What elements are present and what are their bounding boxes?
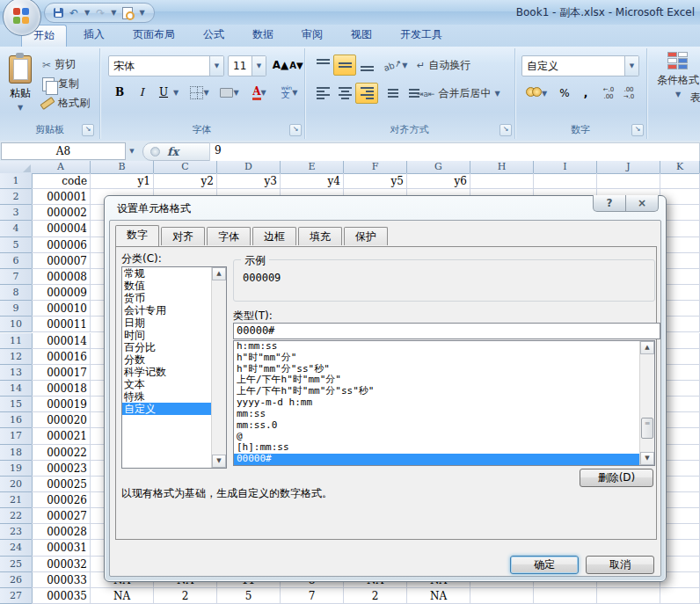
cell-H1[interactable] (470, 173, 534, 189)
category-item-货币[interactable]: 货币 (122, 292, 212, 304)
cell-A5[interactable]: 000006 (32, 237, 91, 253)
cell-K1[interactable] (660, 173, 700, 189)
column-header-K[interactable]: K (660, 161, 700, 174)
cell-A23[interactable]: 000028 (32, 524, 91, 540)
align-middle-button[interactable] (333, 55, 356, 76)
cell-A3[interactable]: 000002 (32, 205, 91, 221)
type-item[interactable]: mm:ss (234, 409, 640, 420)
type-input[interactable]: 00000# (233, 323, 660, 339)
row-header-2[interactable]: 2 (0, 189, 33, 205)
category-item-特殊[interactable]: 特殊 (122, 390, 212, 403)
column-header-F[interactable]: F (344, 161, 407, 174)
category-scrollbar[interactable]: ▲ ▼ (211, 267, 226, 468)
name-box[interactable]: A8 (1, 142, 126, 160)
cell-J27[interactable] (597, 588, 660, 604)
column-header-D[interactable]: D (217, 161, 281, 174)
format-as-table-label-partial[interactable]: 表 (690, 91, 700, 106)
cell-A2[interactable]: 000001 (32, 189, 91, 205)
italic-button[interactable]: I (130, 82, 153, 103)
align-right-button[interactable] (355, 83, 378, 104)
cell-F27[interactable]: 2 (344, 588, 407, 604)
accounting-format-button[interactable]: ▼ (521, 83, 551, 104)
cell-K27[interactable] (660, 588, 700, 604)
qat-customize-icon[interactable]: ▼ (139, 9, 144, 17)
category-item-会计专用[interactable]: 会计专用 (122, 304, 212, 317)
font-name-combo[interactable]: 宋体 ▼ (108, 55, 224, 76)
copy-button[interactable]: 复制 (42, 76, 79, 91)
increase-decimal-button[interactable]: ←.0 .00 (598, 83, 619, 104)
cell-A7[interactable]: 000008 (32, 269, 91, 285)
cell-A17[interactable]: 000021 (32, 428, 91, 444)
cell-A24[interactable]: 000031 (32, 540, 91, 556)
column-header-I[interactable]: I (534, 161, 597, 174)
cell-I1[interactable] (534, 173, 597, 189)
close-button[interactable]: × (625, 195, 658, 211)
paste-button[interactable]: 粘贴 ▼ (9, 55, 32, 112)
align-top-button[interactable] (311, 55, 334, 76)
wrap-text-button[interactable]: ↵ 自动换行 (417, 58, 470, 73)
row-header-25[interactable]: 25 (0, 557, 33, 572)
cell-A14[interactable]: 000018 (32, 381, 91, 397)
row-header-13[interactable]: 13 (0, 365, 33, 381)
type-list[interactable]: h:mm:ssh"时"mm"分"h"时"mm"分"ss"秒"上午/下午h"时"m… (233, 340, 655, 466)
type-item[interactable]: h"时"mm"分" (234, 353, 640, 364)
cell-C1[interactable]: y2 (154, 173, 217, 189)
scrollbar-thumb[interactable] (641, 418, 653, 439)
cell-A4[interactable]: 000004 (32, 221, 91, 237)
dialog-tab-保护[interactable]: 保护 (344, 227, 388, 245)
row-header-8[interactable]: 8 (0, 285, 33, 301)
align-center-button[interactable] (333, 83, 356, 104)
type-item[interactable]: h:mm:ss (234, 341, 640, 353)
bold-button[interactable]: B (108, 82, 131, 103)
row-header-11[interactable]: 11 (0, 333, 33, 349)
decrease-indent-button[interactable] (382, 83, 405, 104)
ribbon-tab-视图[interactable]: 视图 (339, 25, 383, 47)
delete-button[interactable]: 删除(D) (580, 469, 653, 487)
fill-color-button[interactable]: ▼ (215, 82, 244, 103)
cell-A20[interactable]: 000025 (32, 477, 91, 492)
type-item[interactable]: yyyy-m-d h:mm (234, 397, 640, 409)
category-item-日期[interactable]: 日期 (122, 317, 212, 329)
type-item[interactable]: mm:ss.0 (234, 420, 640, 432)
paste-dropdown-icon[interactable]: ▼ (18, 104, 23, 112)
cell-A26[interactable]: 000033 (32, 572, 91, 588)
cut-button[interactable]: ✂ 剪切 (42, 57, 76, 72)
font-color-button[interactable]: A ▼ (245, 82, 273, 103)
ribbon-tab-审阅[interactable]: 审阅 (290, 25, 334, 47)
column-header-C[interactable]: C (154, 161, 217, 174)
undo-dropdown-icon[interactable]: ▼ (84, 9, 90, 17)
cell-D1[interactable]: y3 (217, 173, 281, 189)
column-header-G[interactable]: G (407, 161, 470, 174)
phonetic-button[interactable]: wén 文 ▼ (275, 82, 303, 103)
cell-F1[interactable]: y5 (344, 173, 407, 189)
save-icon[interactable] (54, 8, 63, 18)
formula-input[interactable]: 9 (209, 142, 700, 163)
category-item-时间[interactable]: 时间 (122, 329, 212, 341)
merge-center-button[interactable]: ⇥a⇤ 合并后居中 ▼ (417, 86, 500, 101)
row-header-6[interactable]: 6 (0, 253, 33, 269)
row-header-5[interactable]: 5 (0, 237, 33, 253)
ribbon-tab-页面布局[interactable]: 页面布局 (121, 25, 186, 47)
number-dialog-launcher[interactable]: ↘ (631, 124, 644, 136)
row-header-16[interactable]: 16 (0, 412, 33, 428)
cell-A19[interactable]: 000023 (32, 461, 91, 477)
cell-A25[interactable]: 000032 (32, 557, 91, 572)
select-all-corner[interactable] (0, 161, 33, 174)
row-header-9[interactable]: 9 (0, 301, 33, 317)
column-header-J[interactable]: J (597, 161, 660, 174)
row-header-12[interactable]: 12 (0, 349, 33, 365)
column-header-A[interactable]: A (32, 161, 91, 174)
font-name-dropdown-icon[interactable]: ▼ (209, 56, 223, 76)
type-scrollbar[interactable]: ▲ ▼ (639, 341, 654, 465)
comma-style-button[interactable]: , (574, 83, 597, 104)
category-list[interactable]: 常规数值货币会计专用日期时间百分比分数科学记数文本特殊自定义 ▲ ▼ (121, 266, 227, 469)
percent-style-button[interactable]: % (553, 83, 576, 104)
row-header-23[interactable]: 23 (0, 524, 33, 540)
cell-A10[interactable]: 000011 (32, 317, 91, 332)
cell-A16[interactable]: 000020 (32, 412, 91, 428)
row-header-3[interactable]: 3 (0, 205, 33, 221)
cell-A8[interactable]: 000009 (32, 285, 91, 301)
font-size-dropdown-icon[interactable]: ▼ (252, 56, 266, 76)
ribbon-tab-插入[interactable]: 插入 (72, 25, 116, 47)
format-painter-button[interactable]: 格式刷 (40, 96, 90, 111)
